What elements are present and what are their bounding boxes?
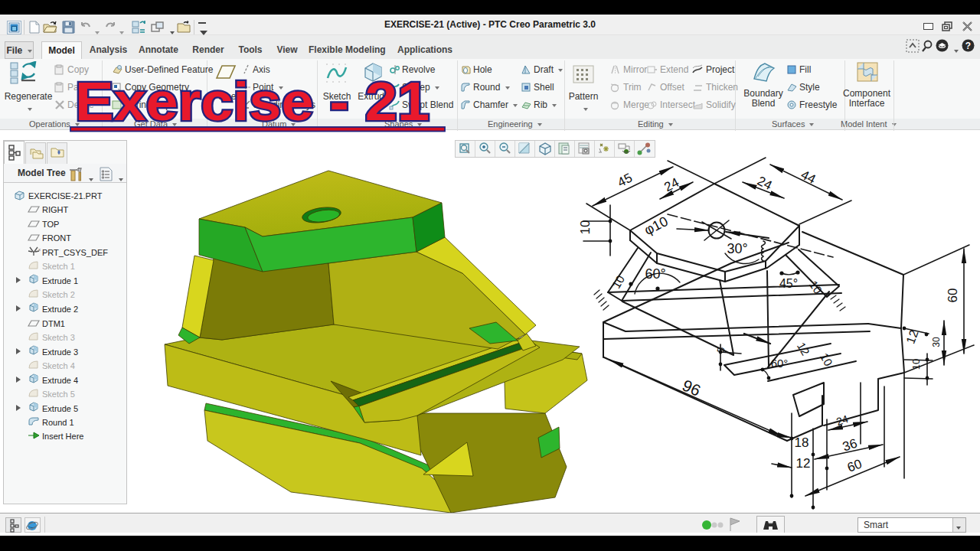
svg-text:Exercise - 21: Exercise - 21 [75, 71, 430, 132]
svg-text:30°: 30° [727, 241, 747, 256]
svg-text:60°: 60° [645, 266, 665, 282]
svg-text:10: 10 [818, 350, 835, 368]
svg-text:10: 10 [578, 220, 593, 235]
svg-text:30: 30 [931, 337, 942, 347]
svg-text:10: 10 [609, 273, 627, 291]
svg-text:18: 18 [795, 435, 809, 450]
svg-text:?: ? [965, 41, 971, 51]
svg-text:φ10: φ10 [642, 214, 670, 238]
svg-text:24: 24 [662, 175, 681, 195]
svg-text:10: 10 [910, 359, 922, 370]
svg-text:60: 60 [946, 289, 960, 303]
svg-text:60°: 60° [771, 357, 789, 370]
svg-text:44: 44 [799, 168, 818, 187]
svg-text:36: 36 [841, 436, 859, 455]
svg-text:5: 5 [714, 346, 727, 354]
svg-text:12: 12 [796, 456, 811, 471]
svg-text:60: 60 [845, 456, 864, 474]
svg-text:12: 12 [795, 340, 812, 357]
svg-text:24: 24 [755, 174, 774, 194]
svg-text:45°: 45° [779, 277, 798, 290]
svg-text:96: 96 [680, 376, 704, 399]
